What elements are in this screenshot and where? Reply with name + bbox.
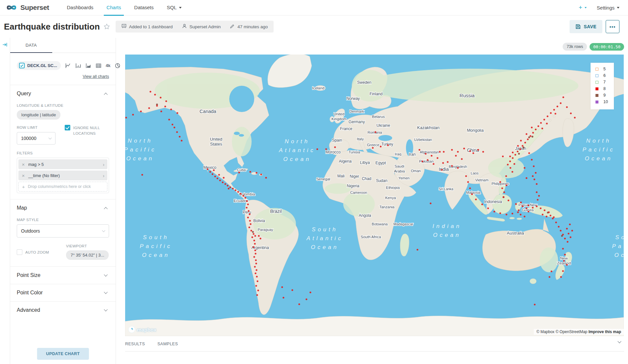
nav-item-charts[interactable]: Charts — [100, 0, 127, 15]
nav-item-dashboards[interactable]: Dashboards — [60, 0, 100, 15]
top-navbar: Superset DashboardsChartsDatasetsSQL + S… — [0, 0, 628, 15]
earthquake-point — [562, 234, 564, 235]
svg-text:Brazil: Brazil — [270, 209, 281, 214]
earthquake-point — [165, 100, 167, 102]
line-chart-icon[interactable] — [65, 63, 71, 69]
earthquake-point — [569, 223, 571, 225]
svg-text:UnitedStates: UnitedStates — [210, 137, 222, 147]
ignore-null-checkbox[interactable] — [65, 125, 70, 130]
remove-filter-icon[interactable]: × — [18, 162, 28, 167]
earthquake-point — [552, 217, 553, 219]
world-map[interactable]: CanadaUnitedStatesMexicoCubaColombiaEcua… — [125, 55, 624, 336]
earthquake-point — [499, 212, 501, 214]
bar-chart-icon[interactable] — [75, 63, 81, 69]
earthquake-point — [425, 153, 426, 154]
attribution-text[interactable]: © Mapbox © OpenStreetMap — [536, 330, 588, 334]
magnitude-legend: 5678910 — [591, 63, 614, 109]
auto-zoom-checkbox[interactable] — [17, 249, 22, 255]
nav-item-sql[interactable]: SQL — [160, 0, 188, 15]
settings-menu[interactable]: Settings — [597, 5, 619, 11]
svg-text:Sweden: Sweden — [357, 80, 371, 85]
more-viz-count[interactable]: 4k — [106, 63, 110, 68]
viz-type-pill[interactable]: DECK.GL SC... — [17, 61, 61, 70]
mapbox-logo[interactable]: mapbox — [128, 326, 156, 333]
section-query[interactable]: Query — [17, 85, 109, 99]
meta-pencil[interactable]: 47 minutes ago — [230, 24, 268, 30]
earthquake-point — [546, 216, 547, 217]
viewport-value-pill[interactable]: 7° 35' 54.02" | 3... — [66, 250, 109, 260]
page-title: Earthquake distribution — [4, 22, 100, 32]
earthquake-point — [207, 168, 208, 170]
map-attribution: © Mapbox © OpenStreetMap Improve this ma… — [534, 329, 624, 335]
tab-results[interactable]: RESULTS — [125, 342, 145, 351]
legend-label: 7 — [603, 80, 609, 84]
filter-pill[interactable]: ×__time (No filter)› — [18, 171, 107, 180]
map-style-select[interactable]: Outdoors — [17, 224, 109, 238]
star-icon[interactable] — [103, 23, 110, 30]
earthquake-point — [524, 142, 526, 143]
update-chart-button[interactable]: UPDATE CHART — [37, 348, 89, 360]
map-style-label: MAP STYLE — [17, 218, 109, 222]
earthquake-point — [472, 152, 474, 154]
earthquake-point — [374, 131, 376, 133]
earthquake-point — [543, 119, 545, 120]
earthquake-point — [537, 199, 538, 200]
earthquake-point — [260, 173, 262, 175]
earthquake-point — [522, 145, 523, 147]
edit-filter-icon[interactable]: › — [103, 162, 104, 167]
earthquake-point — [531, 126, 532, 128]
chevron-down-icon — [104, 307, 107, 311]
section-point-color[interactable]: Point Color — [10, 284, 116, 301]
save-button[interactable]: SAVE — [570, 20, 602, 33]
nav-item-datasets[interactable]: Datasets — [128, 0, 160, 15]
earthquake-point — [509, 167, 511, 169]
meta-dashboard[interactable]: Added to 1 dashboard — [122, 24, 173, 30]
tab-samples[interactable]: SAMPLES — [157, 342, 178, 351]
legend-label: 8 — [603, 86, 609, 91]
area-chart-icon[interactable] — [85, 63, 91, 69]
collapse-panel-icon[interactable] — [2, 42, 8, 47]
earthquake-point — [209, 171, 211, 172]
earthquake-point — [387, 144, 389, 146]
earthquake-point — [132, 114, 134, 115]
earthquake-point — [567, 241, 568, 242]
row-limit-select[interactable]: 100000 — [17, 132, 56, 145]
edit-filter-icon[interactable]: › — [103, 173, 104, 178]
earthquake-point — [255, 285, 257, 286]
svg-text:Belarus: Belarus — [372, 115, 385, 119]
earthquake-point — [249, 220, 251, 221]
section-advanced[interactable]: Advanced — [10, 301, 116, 319]
earthquake-point — [499, 181, 501, 183]
earthquake-point — [451, 149, 453, 150]
legend-label: 5 — [603, 67, 609, 71]
more-options-button[interactable]: ••• — [606, 20, 619, 33]
svg-text:Niger: Niger — [350, 174, 359, 179]
view-all-charts-link[interactable]: View all charts — [17, 74, 109, 79]
chevron-down-icon — [104, 290, 107, 294]
earthquake-point — [216, 177, 218, 179]
section-point-size[interactable]: Point Size — [10, 266, 116, 284]
lonlat-value-pill[interactable]: longitude | latitude — [17, 110, 60, 120]
earthquake-point — [282, 297, 284, 298]
drop-columns-zone[interactable]: + Drop columns/metrics here or click — [18, 182, 107, 192]
collapse-results-icon[interactable] — [618, 339, 622, 345]
deckgl-scatter-map[interactable]: CanadaUnitedStatesMexicoCubaColombiaEcua… — [125, 55, 624, 336]
improve-map-link[interactable]: Improve this map — [589, 330, 621, 334]
table-icon[interactable] — [96, 63, 101, 69]
svg-text:NorthPacificOcean: NorthPacificOcean — [582, 138, 615, 162]
meta-user[interactable]: Superset Admin — [182, 24, 221, 30]
svg-text:Finland: Finland — [370, 92, 382, 96]
tab-data[interactable]: DATA — [10, 38, 52, 53]
chevron-down-icon — [102, 229, 105, 232]
filter-pill[interactable]: ×mag > 5› — [18, 159, 107, 169]
earthquake-point — [507, 164, 508, 165]
section-map[interactable]: Map — [17, 199, 109, 213]
query-timer-badge: 00:00:01.50 — [590, 43, 624, 51]
earthquake-point — [554, 113, 556, 114]
earthquake-point — [247, 216, 249, 218]
remove-filter-icon[interactable]: × — [18, 173, 28, 178]
earthquake-point — [141, 174, 143, 175]
superset-logo[interactable]: Superset — [5, 4, 49, 11]
new-item-button[interactable]: + — [579, 4, 587, 11]
pie-chart-icon[interactable] — [115, 63, 121, 69]
